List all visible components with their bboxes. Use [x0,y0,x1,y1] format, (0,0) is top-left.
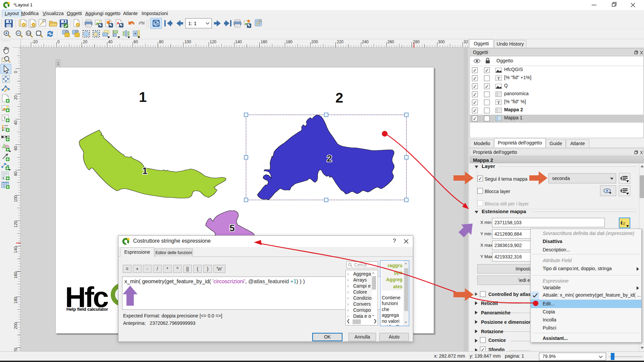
svg-text:2: 2 [327,154,332,164]
svg-text:T: T [497,76,500,81]
svg-text:Help field calculator: Help field calculator [66,307,108,312]
svg-text:1: 1: 1: 1 [188,20,197,26]
svg-text:T: T [497,100,500,105]
svg-text:1:1: 1:1 [27,32,31,35]
svg-text:5: 5 [229,223,234,233]
svg-text:ε: ε [623,220,626,226]
svg-text:1: 1 [142,166,147,176]
svg-text:1: 1 [139,89,147,105]
svg-text:A: A [117,21,119,25]
svg-text:2: 2 [335,90,343,106]
